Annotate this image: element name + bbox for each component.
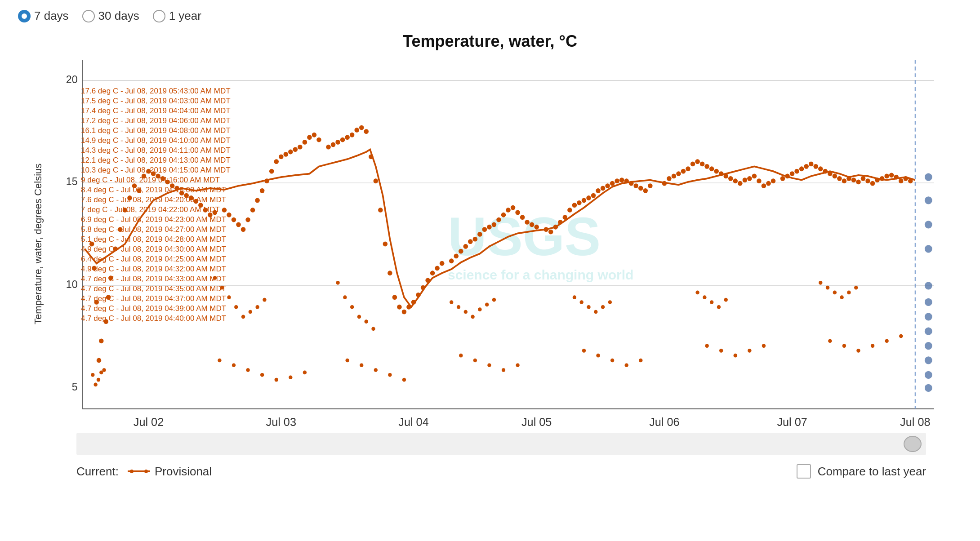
radio-1year[interactable]: 1 year — [153, 9, 201, 23]
svg-point-95 — [449, 258, 454, 263]
scrollbar-thumb[interactable] — [904, 436, 922, 452]
svg-point-115 — [548, 230, 553, 235]
svg-point-257 — [748, 349, 751, 353]
svg-point-113 — [534, 225, 539, 230]
svg-point-261 — [856, 349, 860, 353]
annotation-17: 6.4 deg C - Jul 08, 2019 04:25:00 AM MDT — [81, 255, 231, 264]
svg-point-223 — [710, 300, 713, 304]
svg-point-203 — [343, 295, 347, 299]
chart-title: Temperature, water, °C — [0, 32, 980, 51]
svg-point-139 — [672, 174, 677, 179]
svg-point-262 — [871, 344, 874, 348]
svg-point-63 — [288, 150, 293, 155]
svg-point-94 — [440, 261, 445, 266]
svg-point-67 — [307, 135, 312, 140]
svg-point-109 — [515, 210, 520, 215]
annotation-12: 7 deg C - Jul 08, 2019 04:22:00 AM MDT — [81, 205, 231, 214]
svg-point-72 — [335, 140, 340, 145]
svg-point-60 — [274, 159, 279, 164]
svg-point-241 — [374, 368, 378, 372]
svg-point-263 — [885, 339, 888, 343]
radio-7days-circle — [18, 10, 31, 22]
svg-point-201 — [263, 298, 266, 302]
svg-point-227 — [826, 286, 829, 290]
svg-point-101 — [477, 232, 482, 237]
svg-text:Jul 08: Jul 08 — [900, 415, 930, 428]
svg-point-124 — [591, 193, 596, 198]
svg-point-179 — [865, 178, 870, 183]
svg-point-133 — [633, 183, 638, 188]
svg-point-254 — [705, 344, 708, 348]
svg-point-233 — [232, 363, 236, 367]
svg-point-69 — [316, 137, 321, 142]
svg-point-271 — [925, 313, 932, 320]
svg-point-225 — [724, 298, 728, 302]
svg-point-198 — [241, 315, 245, 319]
svg-point-104 — [492, 222, 497, 227]
svg-point-200 — [255, 305, 259, 309]
svg-point-157 — [757, 178, 762, 183]
svg-point-267 — [925, 221, 932, 228]
annotation-16: 4.9 deg C - Jul 08, 2019 04:30:00 AM MDT — [81, 245, 231, 254]
svg-point-86 — [402, 310, 407, 315]
svg-point-54 — [245, 217, 250, 222]
svg-point-219 — [601, 305, 605, 309]
svg-point-92 — [430, 270, 435, 275]
svg-point-244 — [459, 354, 463, 358]
svg-point-245 — [473, 359, 477, 363]
radio-30days[interactable]: 30 days — [82, 9, 139, 23]
svg-point-107 — [506, 208, 511, 213]
annotation-7: 12.1 deg C - Jul 08, 2019 04:13:00 AM MD… — [81, 156, 231, 165]
svg-point-215 — [573, 295, 576, 299]
svg-point-84 — [392, 295, 397, 300]
svg-point-246 — [487, 363, 491, 367]
svg-point-253 — [639, 359, 642, 363]
svg-text:Jul 04: Jul 04 — [398, 415, 428, 428]
svg-point-151 — [728, 176, 733, 181]
svg-point-250 — [596, 354, 600, 358]
svg-point-217 — [587, 305, 590, 309]
annotation-8: 10.3 deg C - Jul 08, 2019 04:15:00 AM MD… — [81, 166, 231, 175]
svg-point-153 — [738, 181, 743, 186]
radio-7days[interactable]: 7 days — [18, 9, 69, 23]
compare-checkbox[interactable] — [797, 464, 811, 479]
scrollbar[interactable] — [76, 433, 926, 455]
radio-7days-label: 7 days — [34, 9, 69, 23]
svg-point-73 — [340, 137, 345, 142]
svg-point-55 — [250, 208, 255, 213]
svg-point-274 — [925, 356, 932, 364]
svg-point-236 — [275, 378, 278, 382]
svg-point-249 — [582, 349, 586, 353]
svg-point-66 — [303, 140, 307, 145]
svg-point-138 — [667, 176, 672, 181]
page-container: 7 days 30 days 1 year Temperature, water… — [0, 0, 980, 541]
svg-point-207 — [371, 327, 375, 331]
svg-point-142 — [686, 166, 690, 171]
svg-point-168 — [813, 164, 818, 169]
annotation-20: 4.7 deg C - Jul 08, 2019 04:35:00 AM MDT — [81, 284, 231, 293]
svg-point-224 — [717, 305, 721, 309]
svg-point-221 — [695, 291, 699, 295]
svg-point-112 — [530, 222, 535, 227]
svg-point-93 — [435, 266, 440, 271]
svg-point-220 — [608, 300, 612, 304]
svg-text:Jul 07: Jul 07 — [777, 415, 807, 428]
svg-point-178 — [861, 176, 866, 181]
annotation-18: 4.9 deg C - Jul 08, 2019 04:32:00 AM MDT — [81, 265, 231, 274]
svg-point-82 — [383, 242, 388, 247]
svg-point-160 — [771, 178, 776, 183]
svg-point-176 — [851, 177, 856, 182]
svg-point-97 — [459, 249, 463, 254]
svg-point-96 — [454, 254, 459, 259]
svg-point-140 — [676, 171, 681, 176]
radio-30days-label: 30 days — [98, 9, 139, 23]
svg-point-180 — [870, 181, 875, 186]
svg-point-255 — [719, 349, 723, 353]
chart-inner: USGS science for a changing world 17.6 d… — [54, 60, 953, 428]
svg-point-23 — [99, 338, 104, 343]
svg-point-83 — [388, 270, 392, 275]
svg-point-235 — [260, 373, 264, 377]
svg-point-259 — [828, 339, 832, 343]
svg-point-218 — [594, 310, 597, 314]
svg-point-209 — [457, 305, 460, 309]
